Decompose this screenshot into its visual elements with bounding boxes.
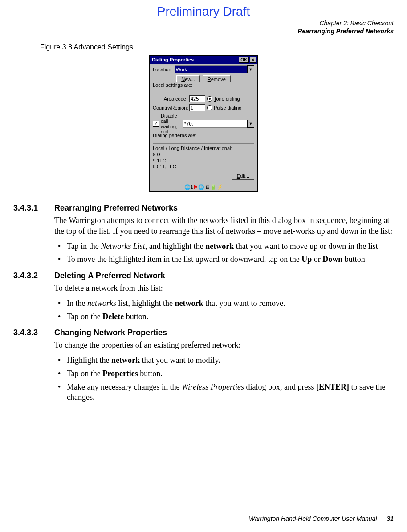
figure-caption: Figure 3.8 Advanced Settings xyxy=(40,43,394,51)
location-input[interactable] xyxy=(175,65,247,73)
remove-button-rest: emove xyxy=(211,77,226,82)
pulse-dialing-label: Pulse dialing xyxy=(214,105,241,110)
dialog-title-text: Dialing Properties xyxy=(152,57,194,62)
local-settings-label: Local settings are: xyxy=(153,82,254,88)
dialing-patterns-block: Local / Long Distance / International: 9… xyxy=(153,146,254,170)
section-number: 3.4.3.1 xyxy=(13,203,46,213)
section-heading-3-4-3-1: 3.4.3.1 Rearranging Preferred Networks xyxy=(13,203,394,213)
area-code-label: Area code: xyxy=(153,96,187,102)
section-1-intro: The Warrington attempts to connect with … xyxy=(54,215,394,237)
chapter-line-1: Chapter 3: Basic Checkout xyxy=(13,20,394,28)
list-item: To move the highlighted item in the list… xyxy=(54,254,394,265)
info-icon: ℹ xyxy=(191,184,193,190)
section-number: 3.4.3.2 xyxy=(13,271,46,280)
bolt-icon: ⚡ xyxy=(217,184,223,190)
list-item: Tap on the Delete button. xyxy=(54,312,394,322)
section-number: 3.4.3.3 xyxy=(13,328,46,337)
patterns-sub-label: Local / Long Distance / International: xyxy=(153,146,254,152)
section-title: Deleting A Preferred Network xyxy=(54,271,165,280)
dialog-titlebar: Dialing Properties OK × xyxy=(150,56,257,64)
tone-dialing-radio[interactable]: Tone dialing xyxy=(207,96,240,102)
radio-off-icon xyxy=(207,105,212,110)
system-tray: 🌐 ℹ ⚑ 🌐 🖥 🔋 ⚡ xyxy=(150,183,257,191)
list-item: Make any necessary changes in the Wirele… xyxy=(54,382,394,403)
footer-text: Warrington Hand-Held Computer User Manua… xyxy=(249,515,377,522)
checkbox-checked-icon: ✓ xyxy=(153,121,159,127)
list-item: Tap in the Networks List, and highlight … xyxy=(54,241,394,252)
list-item: Highlight the network that you want to m… xyxy=(54,355,394,366)
pulse-dialing-radio[interactable]: Pulse dialing xyxy=(207,105,241,110)
page-number: 31 xyxy=(387,515,394,522)
page-footer: Warrington Hand-Held Computer User Manua… xyxy=(13,513,394,522)
pattern-3: 9,011,EFG xyxy=(153,164,254,170)
globe-icon: 🌐 xyxy=(184,184,191,190)
section-title: Changing Network Properties xyxy=(54,328,167,337)
disable-call-waiting-checkbox[interactable]: ✓ xyxy=(153,121,159,127)
section-heading-3-4-3-3: 3.4.3.3 Changing Network Properties xyxy=(13,328,394,337)
tone-dialing-label: Tone dialing xyxy=(214,96,240,102)
country-input[interactable] xyxy=(189,104,205,111)
dropdown-icon[interactable]: ▼ xyxy=(247,65,254,73)
pattern-1: 9,G xyxy=(153,152,254,158)
chapter-header: Chapter 3: Basic Checkout Rearranging Pr… xyxy=(13,20,394,35)
network-icon: ⚑ xyxy=(193,184,198,190)
list-item: Tap on the Properties button. xyxy=(54,369,394,379)
section-heading-3-4-3-2: 3.4.3.2 Deleting A Preferred Network xyxy=(13,271,394,280)
section-2-intro: To delete a network from this list: xyxy=(54,283,394,294)
ok-button[interactable]: OK xyxy=(239,57,249,63)
globe2-icon: 🌐 xyxy=(198,184,204,190)
figure-wrap: Dialing Properties OK × Location: ▼ New.… xyxy=(13,55,394,192)
dialing-properties-dialog: Dialing Properties OK × Location: ▼ New.… xyxy=(149,55,258,192)
location-label: Location: xyxy=(153,67,173,72)
new-button-rest: ew... xyxy=(185,77,195,82)
area-code-input[interactable] xyxy=(189,95,205,102)
radio-on-icon xyxy=(207,96,212,102)
location-combo[interactable]: ▼ xyxy=(175,65,254,73)
battery-icon: 🔋 xyxy=(210,184,216,190)
chapter-line-2: Rearranging Preferred Networks xyxy=(13,28,394,36)
list-item: In the networks list, highlight the netw… xyxy=(54,298,394,309)
country-region-label: Country/Region: xyxy=(153,105,187,110)
section-title: Rearranging Preferred Networks xyxy=(54,203,178,213)
section-3-intro: To change the properties of an existing … xyxy=(54,340,394,351)
dropdown-icon[interactable]: ▼ xyxy=(247,120,254,128)
dialing-patterns-label: Dialing patterns are: xyxy=(153,133,254,138)
edit-button[interactable]: Edit... xyxy=(232,172,254,180)
close-button[interactable]: × xyxy=(250,57,256,63)
disable-call-waiting-input[interactable] xyxy=(183,120,247,128)
monitor-icon: 🖥 xyxy=(205,184,210,190)
draft-banner: Preliminary Draft xyxy=(13,4,394,19)
pattern-2: 9,1FG xyxy=(153,158,254,164)
disable-call-waiting-label: Disable call waiting; dial: xyxy=(161,113,181,134)
